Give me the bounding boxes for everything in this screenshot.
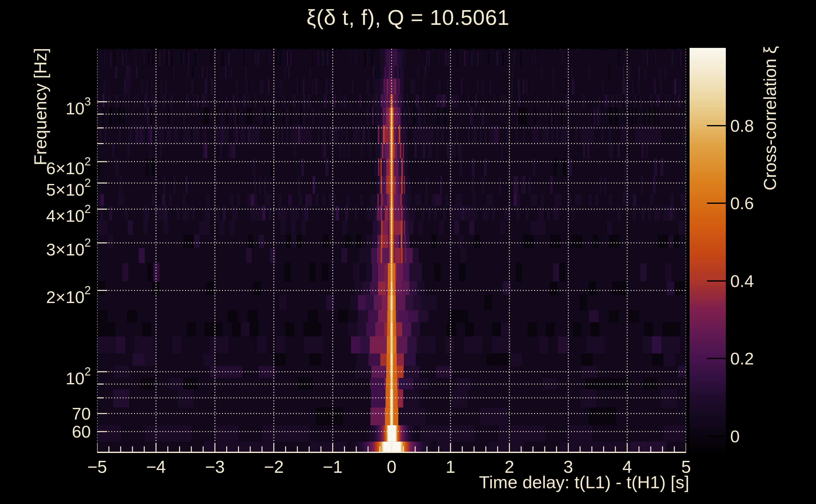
- y-tick-label: 3×102: [0, 233, 91, 253]
- colorbar-tick-mark: [707, 436, 726, 437]
- colorbar-tick-mark: [707, 358, 726, 359]
- x-tick-label: −3: [187, 457, 244, 477]
- figure-title: ξ(δ t, f), Q = 10.5061: [0, 5, 816, 30]
- x-tick-label: −5: [69, 457, 125, 477]
- heatmap-canvas: [97, 49, 686, 453]
- y-tick-label: 2×102: [0, 280, 91, 301]
- colorbar-tick-label: 0.2: [730, 348, 793, 369]
- x-tick-label: −2: [245, 457, 302, 477]
- y-tick-label: 6×102: [0, 152, 91, 172]
- y-tick-label: 5×102: [0, 173, 91, 193]
- y-tick-label: 70: [0, 404, 91, 424]
- y-tick-label: 102: [0, 362, 91, 382]
- colorbar-tick-label: 0: [730, 426, 793, 446]
- colorbar-tick-mark: [707, 203, 726, 204]
- y-tick-label: 60: [0, 421, 91, 442]
- cross-correlation-figure: ξ(δ t, f), Q = 10.5061 Frequency [Hz] 10…: [0, 0, 816, 504]
- x-axis-title: Time delay: t(L1) - t(H1) [s]: [378, 472, 689, 492]
- y-tick-label: 4×102: [0, 199, 91, 219]
- colorbar-gradient: [690, 48, 726, 454]
- colorbar-title: Cross-correlation ξ: [760, 46, 780, 191]
- colorbar-tick-label: 0.6: [730, 193, 793, 213]
- x-tick-label: −4: [128, 457, 184, 477]
- colorbar-tick-label: 0.4: [730, 271, 793, 291]
- x-tick-label: −1: [304, 457, 361, 477]
- y-tick-label: 103: [0, 92, 91, 112]
- colorbar-tick-mark: [707, 125, 726, 126]
- colorbar-tick-mark: [707, 280, 726, 282]
